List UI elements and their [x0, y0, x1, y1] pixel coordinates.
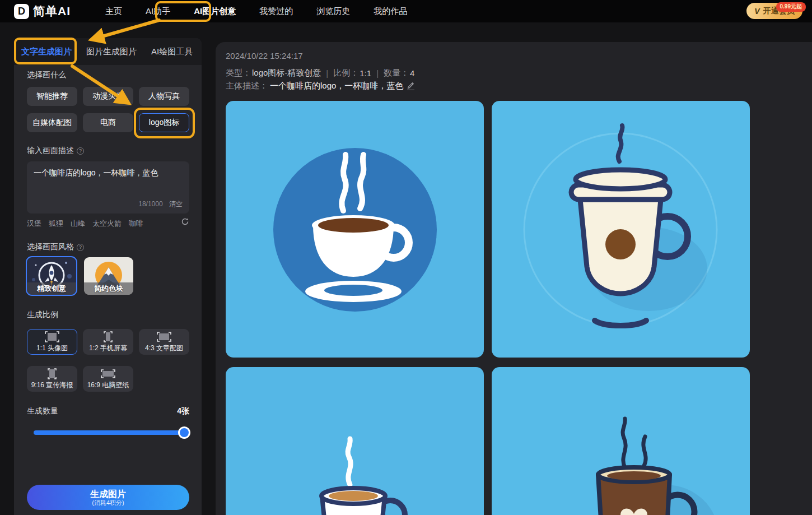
generation-sidebar: 文字生成图片 图片生成图片 AI绘图工具 选择画什么 智能推荐 动漫头像 人物写… [14, 38, 202, 515]
char-counter: 18/1000 [138, 200, 162, 208]
ratio-1-2-phone[interactable]: 1:2 手机屏幕 [83, 329, 133, 355]
vip-v-icon: V [754, 7, 759, 16]
prompt-input[interactable]: 一个咖啡店的logo，一杯咖啡，蓝色 [27, 161, 189, 195]
style-label: 简约色块 [84, 282, 133, 295]
generated-image-2[interactable] [492, 101, 750, 358]
subject-logo-icon[interactable]: logo图标 [139, 113, 189, 132]
ratio-9-16-icon [45, 368, 59, 379]
generation-timestamp: 2024/10/22 15:24:17 [226, 51, 303, 61]
nav-item-ai-assistant[interactable]: AI助手 [146, 6, 170, 17]
subject-smart-recommend[interactable]: 智能推荐 [27, 87, 77, 106]
ratio-4-3-icon [157, 331, 171, 342]
generated-image-1[interactable] [226, 101, 484, 358]
quantity-slider-thumb[interactable] [178, 426, 190, 439]
ratio-16-9-wallpaper[interactable]: 16:9 电脑壁纸 [83, 366, 133, 392]
ratio-label: 4:3 文章配图 [145, 344, 183, 353]
ratio-section-title: 生成比例 [27, 310, 58, 320]
generation-meta: 类型： logo图标-精致创意 | 比例： 1:1 | 数量： 4 [226, 68, 414, 78]
vip-membership-button[interactable]: V 开通会员 0.99元起 [746, 3, 802, 19]
vip-price-badge: 0.99元起 [776, 2, 806, 12]
style-title-text: 选择画面风格 [27, 242, 74, 252]
suggestion-rocket[interactable]: 太空火箭 [92, 219, 122, 229]
subject-portrait[interactable]: 人物写真 [139, 87, 189, 106]
ratio-1-1-avatar[interactable]: 1:1 头像图 [27, 329, 77, 355]
subject-ecommerce[interactable]: 电商 [83, 113, 133, 132]
refresh-suggestions-icon[interactable] [181, 217, 189, 228]
prompt-box: 一个咖啡店的logo，一杯咖啡，蓝色 18/1000 清空 [27, 161, 189, 214]
nav-item-my-likes[interactable]: 我赞过的 [259, 6, 293, 17]
subject-description: 主体描述： 一个咖啡店的logo，一杯咖啡，蓝色 [226, 81, 414, 91]
brand-d-icon: D [14, 4, 29, 19]
style-card-refined-creative[interactable]: 精致创意 [27, 257, 76, 295]
brand-name: 简单AI [33, 3, 71, 19]
nav-item-ai-image-creation[interactable]: AI图片创意 [194, 6, 236, 17]
prompt-suggestions: 汉堡 狐狸 山峰 太空火箭 咖啡 [27, 219, 189, 229]
sidebar-tabs: 文字生成图片 图片生成图片 AI绘图工具 [14, 38, 202, 65]
style-label: 精致创意 [27, 282, 76, 295]
suggestion-fox[interactable]: 狐狸 [49, 219, 63, 229]
quantity-value: 4张 [177, 406, 189, 416]
edit-description-icon[interactable] [407, 82, 414, 90]
ratio-label: 比例： [333, 68, 358, 78]
type-value: logo图标-精致创意 [252, 68, 321, 78]
suggestion-mountain[interactable]: 山峰 [71, 219, 85, 229]
count-value: 4 [410, 68, 414, 78]
tab-ai-drawing-tools[interactable]: AI绘图工具 [151, 47, 193, 57]
nav-menu: 主页 AI助手 AI图片创意 我赞过的 浏览历史 我的作品 [105, 6, 407, 17]
prompt-footer: 18/1000 清空 [138, 199, 183, 209]
type-label: 类型： [226, 68, 251, 78]
brand-logo[interactable]: D 简单AI [14, 3, 71, 19]
style-section-title: 选择画面风格 ? [27, 242, 84, 252]
quantity-slider[interactable] [34, 430, 185, 435]
divider: | [376, 68, 379, 78]
ratio-16-9-icon [101, 368, 115, 379]
nav-item-home[interactable]: 主页 [105, 6, 122, 17]
nav-item-my-works[interactable]: 我的作品 [374, 6, 407, 17]
tab-text-to-image[interactable]: 文字生成图片 [21, 47, 72, 57]
prompt-help-icon[interactable]: ? [77, 147, 84, 155]
results-panel: 2024/10/22 15:24:17 类型： logo图标-精致创意 | 比例… [216, 42, 812, 515]
style-card-minimal-blocks[interactable]: 简约色块 [84, 257, 133, 295]
ratio-label: 16:9 电脑壁纸 [87, 381, 129, 390]
top-nav-bar: D 简单AI 主页 AI助手 AI图片创意 我赞过的 浏览历史 我的作品 V 开… [0, 0, 812, 22]
quantity-section-title: 生成数量 [27, 406, 58, 416]
ratio-value: 1:1 [360, 68, 371, 78]
subject-anime-avatar[interactable]: 动漫头像 [83, 87, 133, 106]
subject-media-image[interactable]: 自媒体配图 [27, 113, 77, 132]
ratio-label: 9:16 宣传海报 [31, 381, 73, 390]
description-value: 一个咖啡店的logo，一杯咖啡，蓝色 [270, 81, 403, 91]
prompt-title-text: 输入画面描述 [27, 146, 74, 156]
generate-images-button[interactable]: 生成图片 (消耗4积分) [27, 485, 189, 510]
ratio-label: 1:2 手机屏幕 [89, 344, 127, 353]
generated-image-4[interactable] [492, 367, 750, 515]
ratio-9-16-poster[interactable]: 9:16 宣传海报 [27, 366, 77, 392]
divider: | [326, 68, 328, 78]
description-label: 主体描述： [226, 81, 268, 91]
generated-image-3[interactable] [226, 367, 484, 515]
ratio-label: 1:1 头像图 [36, 344, 68, 353]
subject-section-title: 选择画什么 [27, 70, 66, 80]
count-label: 数量： [384, 68, 409, 78]
ratio-1-2-icon [101, 331, 115, 342]
suggestion-coffee[interactable]: 咖啡 [129, 219, 143, 229]
generate-button-label: 生成图片 [90, 489, 126, 499]
style-help-icon[interactable]: ? [77, 244, 84, 251]
generate-button-cost: (消耗4积分) [92, 499, 124, 507]
annotation-arrow-to-tab [92, 20, 159, 39]
clear-prompt-button[interactable]: 清空 [169, 200, 183, 208]
ratio-1-1-icon [45, 331, 59, 342]
suggestion-burger[interactable]: 汉堡 [27, 219, 41, 229]
nav-item-browse-history[interactable]: 浏览历史 [316, 6, 350, 17]
ratio-4-3-article[interactable]: 4:3 文章配图 [139, 329, 189, 355]
tab-image-to-image[interactable]: 图片生成图片 [86, 47, 137, 57]
prompt-section-title: 输入画面描述 ? [27, 146, 84, 156]
